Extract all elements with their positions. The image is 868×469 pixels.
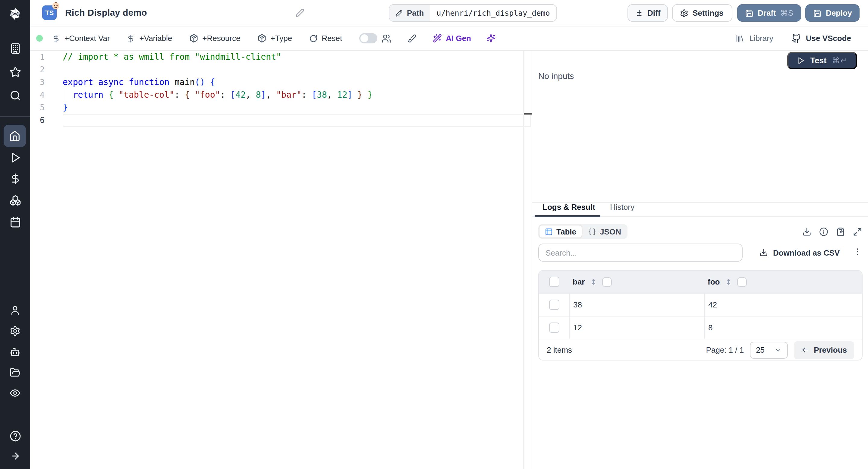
download-icon[interactable] — [802, 227, 811, 236]
code-line[interactable] — [63, 114, 531, 127]
sparkles-icon[interactable] — [486, 34, 495, 43]
add-resource-button[interactable]: +Resource — [189, 34, 240, 43]
sidebar — [0, 0, 30, 469]
add-context-var-button[interactable]: +Context Var — [52, 34, 110, 43]
path-pill[interactable]: Path u/henri/rich_display_demo — [389, 4, 557, 22]
clipboard-copy-icon[interactable] — [836, 227, 845, 236]
sidebar-item-workers-bot-icon[interactable] — [0, 347, 30, 357]
sidebar-item-audit-eye-icon[interactable] — [0, 387, 30, 399]
column-toggle-checkbox[interactable] — [602, 277, 612, 287]
use-vscode-button[interactable]: Use VScode — [792, 33, 851, 43]
code-line[interactable] — [63, 63, 531, 76]
tab-bar: Logs & Result History — [532, 202, 868, 217]
edit-title-pencil-icon[interactable] — [296, 8, 304, 18]
windmill-logo-icon[interactable] — [0, 6, 30, 22]
sidebar-item-variables-dollar-icon[interactable] — [0, 173, 30, 184]
previous-page-button[interactable]: Previous — [794, 341, 854, 359]
sidebar-item-schedules-calendar-icon[interactable] — [0, 216, 30, 228]
sidebar-item-settings-gear-icon[interactable] — [0, 325, 30, 336]
chevron-down-icon — [775, 346, 782, 353]
row-checkbox[interactable] — [549, 300, 559, 310]
code-content[interactable]: // import * as wmill from "windmill-clie… — [63, 51, 531, 127]
library-button[interactable]: Library — [735, 34, 773, 43]
code-line[interactable]: } — [63, 101, 531, 114]
table-row[interactable]: 38 42 — [539, 293, 862, 316]
diff-mode-toggle[interactable] — [359, 33, 377, 43]
diff-button[interactable]: Diff — [627, 4, 668, 22]
ai-gen-button[interactable]: AI Gen — [433, 34, 471, 43]
table-row[interactable]: 12 8 — [539, 316, 862, 339]
code-token: ] — [261, 90, 266, 99]
items-count: 2 items — [547, 345, 572, 354]
dollar-icon — [52, 34, 60, 42]
deploy-label: Deploy — [826, 8, 852, 18]
select-all-checkbox[interactable] — [549, 277, 559, 287]
script-emoji-badge — [52, 1, 60, 12]
help-icon[interactable] — [0, 430, 30, 442]
draft-button[interactable]: Draft ⌘S — [737, 4, 801, 22]
code-line[interactable]: // import * as wmill from "windmill-clie… — [63, 51, 531, 63]
workspace-building-icon[interactable] — [0, 43, 30, 54]
info-icon[interactable] — [819, 227, 828, 236]
settings-button[interactable]: Settings — [672, 4, 733, 22]
path-label-segment[interactable]: Path — [390, 5, 430, 21]
column-header-foo[interactable]: foo — [708, 277, 720, 286]
multiplayer-users-icon[interactable] — [381, 33, 391, 43]
sort-icon[interactable] — [724, 278, 733, 286]
reset-button[interactable]: Reset — [309, 34, 342, 43]
sidebar-item-home[interactable] — [4, 125, 26, 147]
view-toggle-json[interactable]: JSON — [583, 225, 627, 238]
code-token: [ — [230, 90, 236, 99]
save-icon — [745, 9, 753, 17]
column-toggle-checkbox[interactable] — [737, 277, 747, 287]
run-result-panel: Test ⌘↵ No inputs Logs & Result History … — [532, 51, 868, 469]
deploy-button[interactable]: Deploy — [805, 4, 860, 22]
search-icon[interactable] — [0, 90, 30, 101]
table-controls-row: Download as CSV — [538, 244, 862, 262]
sidebar-item-resources-boxes-icon[interactable] — [0, 195, 30, 206]
page-size-select[interactable]: 25 — [750, 342, 788, 358]
path-value[interactable]: u/henri/rich_display_demo — [430, 5, 556, 21]
expand-icon[interactable] — [853, 227, 862, 236]
code-token: : — [302, 90, 312, 99]
code-line[interactable]: return { "table-col": { "foo": [42, 8], … — [63, 89, 531, 101]
column-header-bar[interactable]: bar — [572, 277, 585, 286]
more-options-kebab-icon[interactable] — [853, 247, 862, 258]
add-context-var-label: +Context Var — [64, 34, 110, 43]
code-token: [ — [312, 90, 317, 99]
format-brush-icon[interactable] — [407, 34, 416, 43]
editor-panel-divider[interactable] — [532, 51, 532, 469]
draft-shortcut: ⌘S — [780, 8, 793, 18]
test-button[interactable]: Test ⌘↵ — [787, 52, 857, 69]
favorites-star-icon[interactable] — [0, 66, 30, 78]
json-toggle-label: JSON — [600, 227, 621, 236]
code-token: () { — [195, 77, 215, 87]
view-toggle-table[interactable]: Table — [539, 225, 582, 238]
tab-logs-result[interactable]: Logs & Result — [542, 202, 595, 212]
code-token: , — [327, 90, 337, 99]
download-csv-button[interactable]: Download as CSV — [760, 248, 840, 257]
add-variable-button[interactable]: +Variable — [127, 34, 173, 43]
code-editor[interactable]: 123456 // import * as wmill from "windmi… — [30, 51, 532, 469]
sidebar-item-folders-icon[interactable] — [0, 367, 30, 378]
overview-ruler-cursor-mark — [524, 113, 532, 115]
code-token: , — [246, 90, 256, 99]
table-header-row: bar foo — [539, 271, 862, 293]
test-shortcut: ⌘↵ — [832, 56, 847, 65]
previous-label: Previous — [814, 345, 847, 354]
expand-sidebar-arrow-icon[interactable] — [0, 451, 30, 461]
sidebar-item-runs-play-icon[interactable] — [0, 152, 30, 163]
pagination: Page: 1 / 1 25 Previous — [706, 341, 854, 359]
add-type-button[interactable]: +Type — [257, 34, 292, 43]
sort-icon[interactable] — [590, 278, 597, 286]
search-input[interactable] — [538, 244, 743, 262]
code-line[interactable]: export async function main() { — [63, 76, 531, 89]
refresh-icon — [309, 34, 317, 42]
diff-plus-minus-icon — [635, 9, 643, 17]
row-checkbox[interactable] — [549, 322, 559, 333]
code-token: { — [185, 90, 190, 99]
code-token: } — [358, 90, 363, 99]
sidebar-item-user-icon[interactable] — [0, 305, 30, 316]
add-resource-label: +Resource — [202, 34, 240, 43]
tab-history[interactable]: History — [610, 202, 634, 212]
